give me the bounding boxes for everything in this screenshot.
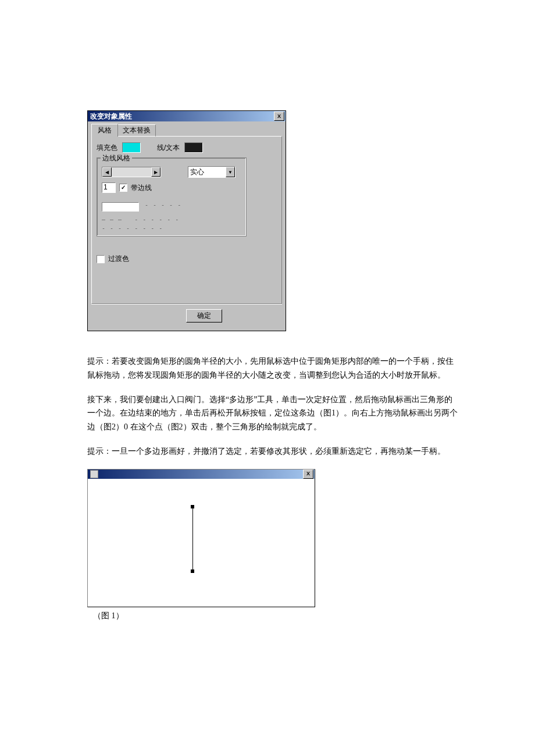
paragraph-2: 接下来，我们要创建出入口阀门。选择“多边形”工具，单击一次定好位置，然后拖动鼠标…: [87, 393, 459, 434]
border-width-scroll[interactable]: ◀ ▶: [102, 167, 161, 177]
vertex-handle-bottom[interactable]: [191, 569, 194, 573]
gradient-checkbox[interactable]: [97, 255, 105, 263]
button-bar: 确定: [91, 304, 282, 327]
chevron-right-icon[interactable]: ▶: [151, 167, 160, 177]
border-style-group: 边线风格 ◀ ▶ 实心 ▼ 1: [97, 157, 247, 237]
with-border-checkbox[interactable]: ✓: [119, 184, 127, 192]
line-color-swatch[interactable]: [184, 142, 203, 153]
figure-1-window: X: [87, 469, 315, 607]
figure-titlebar[interactable]: X: [88, 470, 315, 479]
body-text: 提示：若要改变圆角矩形的圆角半径的大小，先用鼠标选中位于圆角矩形内部的唯一的一个…: [87, 354, 459, 458]
drawing-canvas[interactable]: [88, 479, 315, 607]
with-border-label: 带边线: [131, 183, 152, 193]
figure-1-caption: （图 1）: [93, 611, 459, 621]
fill-color-label: 填充色: [97, 143, 117, 153]
gradient-label: 过渡色: [108, 254, 129, 264]
dash-pattern-3: - - - - - - - -: [102, 225, 241, 231]
polygon-edge: [192, 507, 193, 571]
ok-button[interactable]: 确定: [186, 309, 222, 323]
tab-style[interactable]: 风格: [91, 124, 118, 137]
dash-pattern-1: - - - - -: [145, 202, 181, 208]
border-style-combo[interactable]: 实心 ▼: [188, 166, 236, 178]
chevron-down-icon[interactable]: ▼: [226, 167, 235, 177]
vertex-handle-top[interactable]: [191, 505, 194, 508]
tab-text-replace[interactable]: 文本替换: [117, 124, 156, 137]
fill-color-swatch[interactable]: [122, 142, 141, 153]
dialog-title: 改变对象属性: [90, 112, 132, 121]
group-title: 边线风格: [101, 153, 132, 163]
border-preview: [102, 202, 139, 212]
dialog-titlebar[interactable]: 改变对象属性 X: [88, 111, 286, 121]
tab-panel-style: 填充色 线/文本 边线风格 ◀ ▶ 实: [91, 136, 282, 304]
properties-dialog: 改变对象属性 X 风格 文本替换 填充色 线/文本 边线风格: [87, 110, 286, 331]
document-icon: [90, 470, 98, 478]
close-icon[interactable]: X: [303, 470, 313, 479]
dash-pattern-2: — — — - - - - - -: [102, 216, 241, 223]
scroll-track[interactable]: [112, 167, 151, 177]
paragraph-1: 提示：若要改变圆角矩形的圆角半径的大小，先用鼠标选中位于圆角矩形内部的唯一的一个…: [87, 354, 459, 382]
paragraph-3: 提示：一旦一个多边形画好，并撤消了选定，若要修改其形状，必须重新选定它，再拖动某…: [87, 445, 459, 458]
line-text-label: 线/文本: [157, 143, 180, 153]
combo-value: 实心: [188, 167, 226, 177]
close-icon[interactable]: X: [274, 112, 284, 121]
border-width-input[interactable]: 1: [102, 182, 116, 193]
chevron-left-icon[interactable]: ◀: [102, 167, 112, 177]
